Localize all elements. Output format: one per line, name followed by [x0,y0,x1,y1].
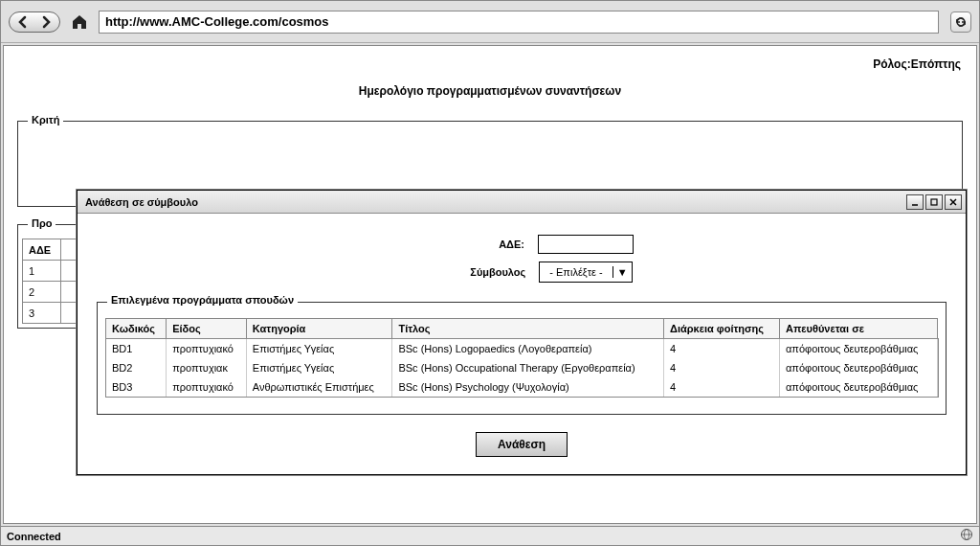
role-indicator: Ρόλος:Επόπτης [13,54,967,75]
assign-dialog: Ανάθεση σε σύμβουλο ΑΔΕ: [77,190,967,475]
role-label: Ρόλος: [873,57,910,71]
consultant-select[interactable]: - Επιλέξτε - ▼ [539,262,632,283]
url-bar[interactable]: http://www.AMC-College.com/cosmos [99,11,939,34]
globe-icon [960,528,973,544]
table-row[interactable]: BD2 προπτυχιακ Επιστήμες Υγείας BSc (Hon… [106,358,938,377]
browser-window: http://www.AMC-College.com/cosmos Ρόλος:… [0,0,980,546]
col-category: Κατηγορία [246,319,392,339]
criteria-legend: Κριτή [28,114,63,125]
col-title: Τίτλος [392,319,664,339]
close-button[interactable] [945,194,962,210]
ade-label: ΑΔΕ: [410,239,524,250]
programs-fieldset: Επιλεγμένα προγράμματα σπουδών Κωδικός Ε… [97,302,947,415]
chevron-down-icon[interactable]: ▼ [612,266,632,278]
back-button[interactable] [13,14,33,30]
page-content: Ρόλος:Επόπτης Ημερολόγιο προγραμματισμέν… [3,45,977,524]
status-text: Connected [7,531,61,542]
minimize-button[interactable] [906,194,924,210]
bg-col-header: ΑΔΕ [23,239,61,261]
maximize-button[interactable] [925,194,943,210]
svg-rect-1 [931,199,937,205]
nav-back-forward [9,11,60,33]
home-button[interactable] [66,12,93,32]
window-controls [906,194,962,210]
assign-button[interactable]: Ανάθεση [476,432,568,457]
col-target: Απευθύνεται σε [780,319,938,339]
forward-button[interactable] [36,14,56,30]
consultant-selected-value: - Επιλέξτε - [540,266,612,278]
status-bar: Connected [1,526,979,545]
role-value: Επόπτης [911,57,961,71]
col-duration: Διάρκεια φοίτησης [664,319,780,339]
reload-button[interactable] [950,11,971,33]
programs-legend: Επιλεγμένα προγράμματα σπουδών [107,294,298,306]
col-code: Κωδικός [106,319,167,339]
dialog-body: ΑΔΕ: Σύμβουλος - Επιλέξτε - ▼ Επιλεγμένα… [78,214,966,474]
dialog-titlebar[interactable]: Ανάθεση σε σύμβουλο [78,191,966,214]
list-legend: Προ [28,217,56,229]
table-row[interactable]: BD3 προπτυχιακό Ανθρωπιστικές Επιστήμες … [106,377,938,397]
consultant-label: Σύμβουλος [411,266,525,278]
table-row[interactable]: BD1 προπτυχιακό Επιστήμες Υγείας BSc (Ho… [106,339,938,359]
ade-input[interactable] [538,235,634,254]
col-kind: Είδος [167,319,247,339]
dialog-title: Ανάθεση σε σύμβουλο [85,196,198,208]
browser-toolbar: http://www.AMC-College.com/cosmos [1,1,979,43]
page-title: Ημερολόγιο προγραμματισμένων συναντήσεων [13,75,967,115]
programs-table: Κωδικός Είδος Κατηγορία Τίτλος Διάρκεια … [105,318,938,397]
